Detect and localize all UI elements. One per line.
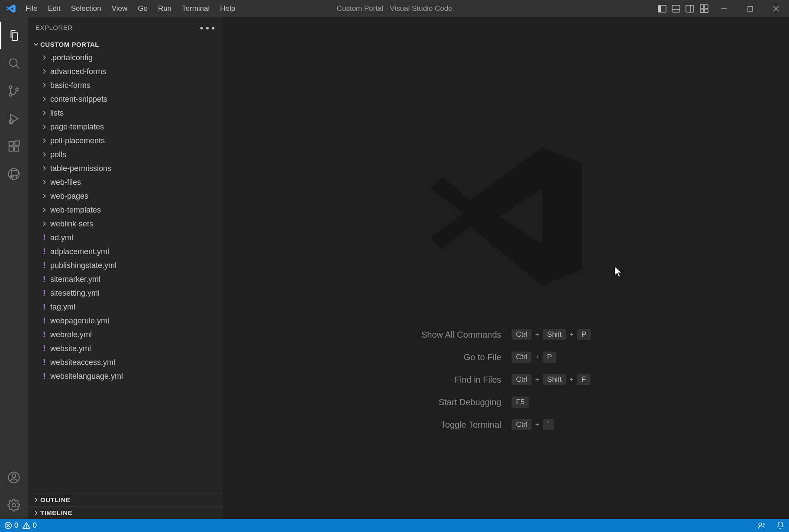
file-name: websiteaccess.yml bbox=[49, 358, 115, 367]
folder-item[interactable]: page-templates bbox=[28, 120, 223, 134]
folder-item[interactable]: poll-placements bbox=[28, 134, 223, 148]
status-notifications-icon[interactable] bbox=[776, 521, 785, 530]
folder-item[interactable]: polls bbox=[28, 148, 223, 161]
menu-go[interactable]: Go bbox=[133, 0, 153, 17]
vscode-logo-icon bbox=[6, 3, 16, 14]
outline-header[interactable]: OUTLINE bbox=[28, 493, 223, 506]
svg-line-15 bbox=[16, 66, 19, 69]
status-feedback-icon[interactable] bbox=[757, 521, 766, 530]
folder-item[interactable]: weblink-sets bbox=[28, 217, 223, 231]
folder-item[interactable]: table-permissions bbox=[28, 161, 223, 175]
yaml-file-icon: ! bbox=[39, 372, 49, 381]
svg-rect-11 bbox=[748, 6, 753, 11]
status-errors[interactable]: 0 bbox=[4, 521, 18, 530]
file-item[interactable]: !sitesetting.yml bbox=[28, 286, 223, 300]
folder-name: poll-placements bbox=[49, 136, 105, 145]
file-item[interactable]: !websitelanguage.yml bbox=[28, 369, 223, 383]
file-name: website.yml bbox=[49, 344, 91, 353]
file-item[interactable]: !website.yml bbox=[28, 342, 223, 355]
folder-name: lists bbox=[49, 109, 64, 118]
yaml-file-icon: ! bbox=[39, 261, 49, 270]
chevron-right-icon bbox=[39, 165, 49, 171]
explorer-more-icon[interactable]: ● ● ● bbox=[200, 24, 215, 31]
menu-help[interactable]: Help bbox=[215, 0, 240, 17]
activity-accounts-icon[interactable] bbox=[0, 464, 28, 491]
folder-name: content-snippets bbox=[49, 95, 107, 104]
folder-root-label: CUSTOM PORTAL bbox=[40, 41, 99, 48]
folder-root-header[interactable]: CUSTOM PORTAL bbox=[28, 38, 223, 51]
plus-separator: + bbox=[569, 331, 573, 339]
activity-extensions-icon[interactable] bbox=[0, 132, 28, 160]
file-item[interactable]: !webpagerule.yml bbox=[28, 314, 223, 328]
file-name: webrole.yml bbox=[49, 330, 92, 339]
file-item[interactable]: !sitemarker.yml bbox=[28, 272, 223, 286]
folder-item[interactable]: basic-forms bbox=[28, 78, 223, 92]
title-bar: File Edit Selection View Go Run Terminal… bbox=[0, 0, 789, 17]
activity-bar bbox=[0, 17, 28, 519]
layout-sidebar-right-icon[interactable] bbox=[683, 0, 697, 17]
chevron-right-icon bbox=[39, 68, 49, 74]
shortcut-label: Show All Commands bbox=[421, 330, 501, 340]
folder-name: advanced-forms bbox=[49, 67, 106, 76]
file-item[interactable]: !ad.yml bbox=[28, 231, 223, 245]
file-item[interactable]: !adplacement.yml bbox=[28, 245, 223, 258]
explorer-header-label: EXPLORER bbox=[36, 24, 200, 31]
menu-terminal[interactable]: Terminal bbox=[177, 0, 215, 17]
customize-layout-icon[interactable] bbox=[697, 0, 711, 17]
menu-run[interactable]: Run bbox=[153, 0, 177, 17]
folder-item[interactable]: web-pages bbox=[28, 189, 223, 203]
keyboard-key: Ctrl bbox=[512, 374, 532, 385]
chevron-right-icon bbox=[39, 152, 49, 158]
yaml-file-icon: ! bbox=[39, 344, 49, 353]
menu-view[interactable]: View bbox=[107, 0, 133, 17]
keyboard-key: Ctrl bbox=[512, 329, 532, 340]
activity-settings-icon[interactable] bbox=[0, 491, 28, 519]
chevron-right-icon bbox=[39, 110, 49, 116]
status-warnings-count: 0 bbox=[32, 521, 36, 530]
shortcut-label: Find in Files bbox=[421, 375, 501, 385]
status-warnings[interactable]: 0 bbox=[23, 521, 36, 530]
mouse-cursor-icon bbox=[614, 266, 623, 278]
warning-icon bbox=[23, 522, 30, 529]
folder-item[interactable]: content-snippets bbox=[28, 92, 223, 106]
chevron-right-icon bbox=[39, 138, 49, 144]
window-minimize-button[interactable] bbox=[711, 0, 737, 17]
status-bar: 0 0 bbox=[0, 519, 789, 532]
svg-rect-4 bbox=[686, 5, 694, 12]
menu-selection[interactable]: Selection bbox=[66, 0, 107, 17]
activity-run-debug-icon[interactable] bbox=[0, 105, 28, 132]
menu-edit[interactable]: Edit bbox=[42, 0, 65, 17]
folder-item[interactable]: .portalconfig bbox=[28, 51, 223, 64]
yaml-file-icon: ! bbox=[39, 330, 49, 339]
chevron-right-icon bbox=[39, 124, 49, 130]
activity-search-icon[interactable] bbox=[0, 49, 28, 77]
file-tree[interactable]: .portalconfigadvanced-formsbasic-formsco… bbox=[28, 51, 223, 493]
shortcut-keys: Ctrl+P bbox=[512, 351, 591, 363]
activity-explorer-icon[interactable] bbox=[0, 22, 28, 49]
timeline-header[interactable]: TIMELINE bbox=[28, 506, 223, 519]
folder-item[interactable]: web-templates bbox=[28, 203, 223, 217]
activity-source-control-icon[interactable] bbox=[0, 77, 28, 105]
file-item[interactable]: !webrole.yml bbox=[28, 328, 223, 342]
yaml-file-icon: ! bbox=[39, 303, 49, 312]
file-item[interactable]: !tag.yml bbox=[28, 300, 223, 314]
chevron-right-icon bbox=[32, 510, 40, 516]
chevron-right-icon bbox=[39, 193, 49, 199]
activity-github-icon[interactable] bbox=[0, 160, 28, 188]
layout-sidebar-left-icon[interactable] bbox=[655, 0, 669, 17]
window-maximize-button[interactable] bbox=[737, 0, 763, 17]
folder-name: .portalconfig bbox=[49, 53, 93, 62]
file-item[interactable]: !websiteaccess.yml bbox=[28, 355, 223, 369]
layout-panel-icon[interactable] bbox=[669, 0, 683, 17]
folder-item[interactable]: lists bbox=[28, 106, 223, 120]
svg-point-16 bbox=[9, 86, 12, 88]
svg-point-37 bbox=[26, 527, 27, 528]
file-item[interactable]: !publishingstate.yml bbox=[28, 258, 223, 272]
keyboard-key: F bbox=[577, 374, 590, 385]
svg-point-18 bbox=[16, 88, 18, 90]
folder-item[interactable]: advanced-forms bbox=[28, 64, 223, 78]
folder-item[interactable]: web-files bbox=[28, 175, 223, 189]
svg-rect-8 bbox=[700, 9, 704, 13]
menu-file[interactable]: File bbox=[20, 0, 42, 17]
window-close-button[interactable] bbox=[763, 0, 789, 17]
